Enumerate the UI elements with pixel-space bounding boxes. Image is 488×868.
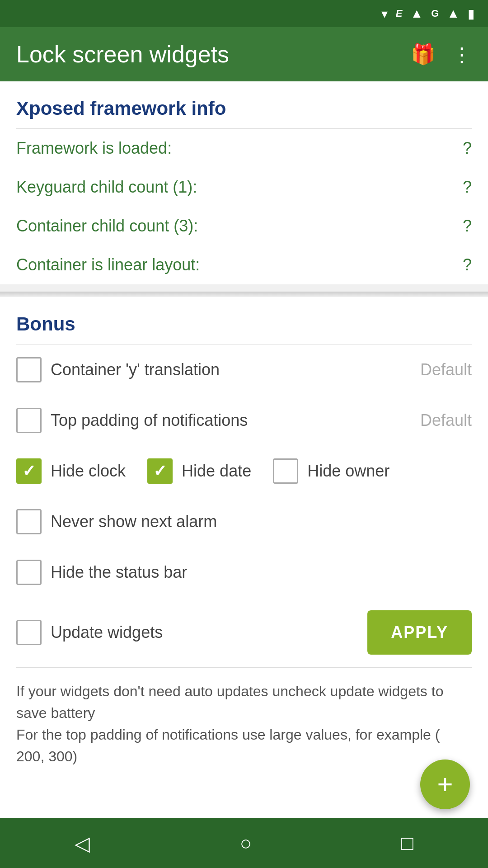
framework-loaded-label: Framework is loaded: [16, 139, 463, 158]
app-bar-actions: 🎁 ⋮ [411, 42, 472, 66]
container-y-checkbox[interactable] [16, 357, 42, 382]
hide-owner-item[interactable]: Hide owner [273, 458, 389, 484]
hide-date-checkbox[interactable] [147, 458, 173, 484]
nav-bar: ◁ ○ □ [0, 818, 488, 868]
hide-clock-label: Hide clock [51, 462, 126, 481]
signal-r-icon: ▲ [447, 6, 460, 21]
apply-button[interactable]: APPLY [367, 610, 472, 655]
xposed-section-title: Xposed framework info [0, 81, 488, 128]
keyguard-count-row: Keyguard child count (1): ? [0, 168, 488, 207]
top-padding-default: Default [420, 411, 472, 430]
app-title: Lock screen widgets [16, 41, 229, 68]
signal-bars-icon: ▲ [410, 6, 423, 21]
never-alarm-checkbox[interactable] [16, 509, 42, 534]
framework-loaded-row: Framework is loaded: ? [0, 129, 488, 168]
home-button[interactable]: ○ [239, 832, 252, 854]
bonus-section: Bonus Container 'y' translation Default … [0, 297, 488, 868]
signal-e-icon: E [396, 8, 403, 19]
container-y-row: Container 'y' translation Default [0, 344, 488, 395]
container-count-value: ? [463, 217, 472, 236]
framework-loaded-value: ? [463, 139, 472, 158]
fab-plus-icon: + [437, 771, 453, 798]
hide-status-bar-item[interactable]: Hide the status bar [16, 560, 187, 585]
wifi-icon: ▾ [381, 6, 388, 21]
container-y-label: Container 'y' translation [51, 360, 220, 379]
keyguard-count-value: ? [463, 178, 472, 197]
never-alarm-item[interactable]: Never show next alarm [16, 509, 217, 534]
container-count-label: Container child count (3): [16, 217, 463, 236]
container-count-row: Container child count (3): ? [0, 207, 488, 245]
never-alarm-label: Never show next alarm [51, 512, 217, 531]
never-alarm-row: Never show next alarm [0, 496, 488, 547]
recents-button[interactable]: □ [401, 832, 413, 854]
more-options-icon[interactable]: ⋮ [452, 43, 472, 66]
container-linear-label: Container is linear layout: [16, 255, 463, 274]
status-bar: ▾ E ▲ G ▲ ▮ [0, 0, 488, 27]
xposed-card: Xposed framework info Framework is loade… [0, 81, 488, 284]
info-text: If your widgets don't need auto updates … [0, 668, 488, 780]
hide-clock-item[interactable]: Hide clock [16, 458, 126, 484]
shadow-divider [0, 292, 488, 297]
container-y-default: Default [420, 360, 472, 379]
container-linear-row: Container is linear layout: ? [0, 245, 488, 284]
bonus-section-title: Bonus [0, 297, 488, 344]
top-padding-row: Top padding of notifications Default [0, 395, 488, 446]
update-widgets-item[interactable]: Update widgets [16, 620, 163, 645]
top-padding-item[interactable]: Top padding of notifications [16, 408, 420, 433]
battery-icon: ▮ [468, 6, 474, 21]
top-padding-checkbox[interactable] [16, 408, 42, 433]
hide-date-item[interactable]: Hide date [147, 458, 251, 484]
update-widgets-checkbox[interactable] [16, 620, 42, 645]
update-widgets-row: Update widgets APPLY [0, 598, 488, 667]
keyguard-count-label: Keyguard child count (1): [16, 178, 463, 197]
container-y-item[interactable]: Container 'y' translation [16, 357, 420, 382]
hide-owner-checkbox[interactable] [273, 458, 298, 484]
hide-date-label: Hide date [182, 462, 251, 481]
update-widgets-label: Update widgets [51, 623, 163, 642]
hide-status-bar-checkbox[interactable] [16, 560, 42, 585]
hide-clock-checkbox[interactable] [16, 458, 42, 484]
fab-button[interactable]: + [420, 760, 470, 809]
back-button[interactable]: ◁ [75, 832, 90, 855]
hide-status-bar-label: Hide the status bar [51, 563, 187, 582]
info-text-content: If your widgets don't need auto updates … [16, 683, 443, 764]
top-padding-label: Top padding of notifications [51, 411, 248, 430]
gift-icon[interactable]: 🎁 [411, 42, 436, 66]
container-linear-value: ? [463, 255, 472, 274]
signal-g-icon: G [431, 8, 439, 19]
app-bar: Lock screen widgets 🎁 ⋮ [0, 27, 488, 81]
triple-checkbox-row: Hide clock Hide date Hide owner [0, 446, 488, 496]
hide-owner-label: Hide owner [307, 462, 389, 481]
hide-status-bar-row: Hide the status bar [0, 547, 488, 598]
